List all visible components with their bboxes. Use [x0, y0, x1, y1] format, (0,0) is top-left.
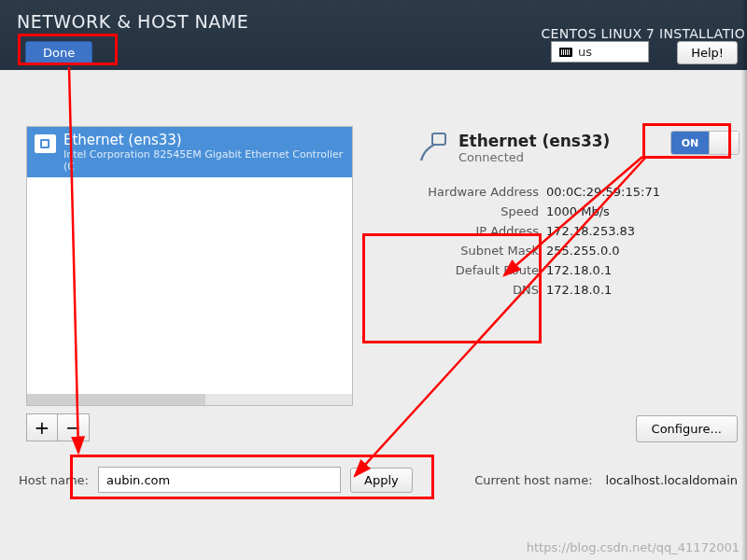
- nic-detail: Ethernet (ens33) Connected Hardware Addr…: [406, 131, 724, 302]
- watermark: https://blog.csdn.net/qq_41172001: [527, 540, 740, 554]
- ethernet-icon: [35, 134, 56, 153]
- toggle-knob: [709, 132, 739, 154]
- field-row: Hardware Address00:0C:29:59:15:71: [406, 185, 724, 199]
- connection-icon: [416, 131, 449, 164]
- field-row: Default Route172.18.0.1: [406, 263, 724, 277]
- configure-button[interactable]: Configure...: [636, 415, 738, 442]
- current-hostname-value: localhost.localdomain: [606, 473, 738, 487]
- field-label: DNS: [406, 283, 546, 297]
- add-remove-group: + −: [26, 413, 90, 441]
- install-title: CENTOS LINUX 7 INSTALLATIO: [542, 26, 746, 41]
- connection-status: Connected: [458, 150, 610, 164]
- remove-nic-button[interactable]: −: [58, 413, 90, 441]
- field-label: Default Route: [406, 263, 546, 277]
- field-value: 1000 Mb/s: [546, 204, 610, 218]
- svg-rect-0: [432, 133, 445, 145]
- field-value: 00:0C:29:59:15:71: [546, 185, 660, 199]
- toggle-on-label: ON: [671, 132, 709, 154]
- header-bar: NETWORK & HOST NAME CENTOS LINUX 7 INSTA…: [0, 0, 747, 70]
- nic-list-item[interactable]: Ethernet (ens33) Intel Corporation 82545…: [27, 127, 352, 177]
- hostname-input[interactable]: [98, 467, 341, 493]
- done-button[interactable]: Done: [25, 41, 92, 65]
- nic-subtitle: Intel Corporation 82545EM Gigabit Ethern…: [63, 148, 345, 173]
- nic-list[interactable]: Ethernet (ens33) Intel Corporation 82545…: [26, 126, 353, 406]
- connection-name: Ethernet (ens33): [458, 132, 610, 150]
- apply-button[interactable]: Apply: [350, 468, 413, 493]
- keyboard-icon: [559, 48, 572, 57]
- field-label: Subnet Mask: [406, 244, 546, 258]
- help-button[interactable]: Help!: [677, 41, 738, 64]
- field-value: 255.255.0.0: [546, 244, 620, 258]
- field-value: 172.18.0.1: [546, 283, 612, 297]
- nic-list-scrollbar[interactable]: [26, 394, 353, 406]
- field-row: DNS172.18.0.1: [406, 283, 724, 297]
- keyboard-layout-text: us: [578, 45, 592, 59]
- current-hostname-label: Current host name:: [474, 473, 592, 487]
- field-value: 172.18.0.1: [546, 263, 612, 277]
- field-row: Subnet Mask255.255.0.0: [406, 244, 724, 258]
- right-shadow: [741, 0, 747, 560]
- field-label: Hardware Address: [406, 185, 546, 199]
- field-row: Speed1000 Mb/s: [406, 204, 724, 218]
- keyboard-layout-indicator[interactable]: us: [551, 41, 649, 63]
- connection-fields: Hardware Address00:0C:29:59:15:71 Speed1…: [406, 185, 724, 297]
- field-label: IP Address: [406, 224, 546, 238]
- connection-toggle[interactable]: ON: [670, 131, 740, 155]
- hostname-row: Host name: Apply Current host name: loca…: [19, 467, 738, 493]
- field-row: IP Address172.18.253.83: [406, 224, 724, 238]
- nic-name: Ethernet (ens33): [63, 132, 345, 148]
- field-value: 172.18.253.83: [546, 224, 635, 238]
- field-label: Speed: [406, 204, 546, 218]
- add-nic-button[interactable]: +: [26, 413, 58, 441]
- hostname-label: Host name:: [19, 473, 89, 487]
